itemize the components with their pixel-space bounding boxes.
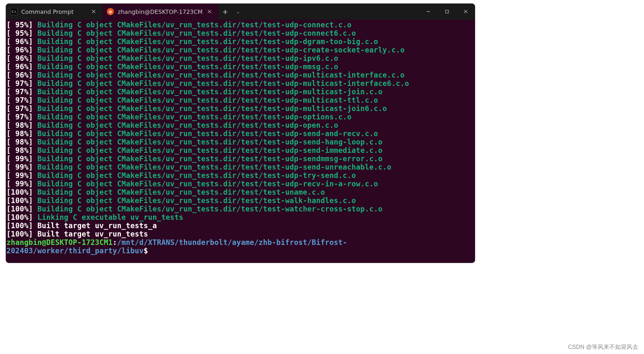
- window-controls: [419, 4, 475, 20]
- build-message: Built target uv_run_tests: [37, 230, 148, 238]
- close-window-button[interactable]: [456, 4, 475, 20]
- tab-label: Command Prompt: [21, 8, 87, 15]
- minimize-icon: [426, 10, 430, 14]
- build-message: Building C object CMakeFiles/uv_run_test…: [37, 79, 409, 88]
- minimize-button[interactable]: [419, 4, 438, 20]
- output-line: [ 98%] Building C object CMakeFiles/uv_r…: [6, 129, 474, 138]
- output-line: [100%] Building C object CMakeFiles/uv_r…: [6, 196, 474, 205]
- output-line: [ 96%] Building C object CMakeFiles/uv_r…: [6, 71, 474, 79]
- build-message: Building C object CMakeFiles/uv_run_test…: [37, 154, 382, 163]
- progress-pct: [ 99%]: [6, 171, 33, 180]
- output-line: [ 99%] Building C object CMakeFiles/uv_r…: [6, 154, 474, 163]
- progress-pct: [ 96%]: [6, 46, 33, 54]
- build-message: Building C object CMakeFiles/uv_run_test…: [37, 88, 382, 96]
- terminal-output[interactable]: [ 95%] Building C object CMakeFiles/uv_r…: [6, 20, 475, 263]
- prompt-colon: :: [113, 238, 117, 247]
- watermark: CSDN @等风来不如迎风去: [568, 343, 638, 351]
- build-message: Building C object CMakeFiles/uv_run_test…: [37, 71, 405, 79]
- build-message: Building C object CMakeFiles/uv_run_test…: [37, 29, 356, 37]
- output-line: [ 98%] Building C object CMakeFiles/uv_r…: [6, 121, 474, 129]
- close-icon: [464, 10, 468, 14]
- build-message: Building C object CMakeFiles/uv_run_test…: [37, 188, 325, 196]
- progress-pct: [ 99%]: [6, 154, 33, 163]
- tab-0[interactable]: C:\Command Prompt: [6, 4, 102, 20]
- output-line: [ 99%] Building C object CMakeFiles/uv_r…: [6, 180, 474, 188]
- build-message: Building C object CMakeFiles/uv_run_test…: [37, 205, 382, 213]
- ubuntu-icon: ⊚: [107, 8, 114, 15]
- output-line: [ 95%] Building C object CMakeFiles/uv_r…: [6, 21, 474, 29]
- tab-label: zhangbin@DESKTOP-1723CM: [118, 8, 203, 15]
- cmd-icon: C:\: [10, 8, 17, 15]
- output-line: [ 95%] Building C object CMakeFiles/uv_r…: [6, 29, 474, 37]
- build-message: Building C object CMakeFiles/uv_run_test…: [37, 121, 338, 129]
- progress-pct: [ 98%]: [6, 121, 33, 129]
- build-message: Building C object CMakeFiles/uv_run_test…: [37, 104, 387, 113]
- shell-prompt: zhangbin@DESKTOP-1723CM1:/mnt/d/XTRANS/t…: [6, 238, 474, 255]
- build-message: Building C object CMakeFiles/uv_run_test…: [37, 163, 391, 171]
- progress-pct: [100%]: [6, 205, 33, 213]
- build-message: Building C object CMakeFiles/uv_run_test…: [37, 146, 382, 154]
- build-message: Building C object CMakeFiles/uv_run_test…: [37, 196, 356, 205]
- progress-pct: [ 97%]: [6, 79, 33, 88]
- progress-pct: [ 98%]: [6, 146, 33, 154]
- output-line: [ 99%] Building C object CMakeFiles/uv_r…: [6, 171, 474, 180]
- progress-pct: [ 95%]: [6, 21, 33, 29]
- progress-pct: [ 99%]: [6, 180, 33, 188]
- terminal-window: C:\Command Prompt⊚zhangbin@DESKTOP-1723C…: [6, 4, 475, 263]
- progress-pct: [ 98%]: [6, 129, 33, 138]
- build-message: Building C object CMakeFiles/uv_run_test…: [37, 37, 378, 46]
- progress-pct: [ 97%]: [6, 113, 33, 121]
- output-line: [100%] Building C object CMakeFiles/uv_r…: [6, 188, 474, 196]
- progress-pct: [100%]: [6, 196, 33, 205]
- output-line: [ 98%] Building C object CMakeFiles/uv_r…: [6, 138, 474, 146]
- progress-pct: [ 96%]: [6, 71, 33, 79]
- progress-pct: [100%]: [6, 188, 33, 196]
- progress-pct: [ 96%]: [6, 37, 33, 46]
- prompt-dollar: $: [144, 247, 148, 255]
- build-message: Building C object CMakeFiles/uv_run_test…: [37, 96, 378, 104]
- tab-dropdown-button[interactable]: ⌄: [232, 9, 244, 14]
- progress-pct: [100%]: [6, 213, 33, 221]
- build-message: Building C object CMakeFiles/uv_run_test…: [37, 46, 405, 54]
- tab-close-button[interactable]: [89, 7, 98, 16]
- build-message: Built target uv_run_tests_a: [37, 221, 157, 230]
- prompt-user-host: zhangbin@DESKTOP-1723CM1: [6, 238, 113, 247]
- titlebar[interactable]: C:\Command Prompt⊚zhangbin@DESKTOP-1723C…: [6, 4, 475, 20]
- progress-pct: [100%]: [6, 221, 33, 230]
- output-line: [ 97%] Building C object CMakeFiles/uv_r…: [6, 96, 474, 104]
- progress-pct: [ 96%]: [6, 62, 33, 71]
- maximize-icon: [445, 10, 449, 14]
- build-message: Building C object CMakeFiles/uv_run_test…: [37, 113, 351, 121]
- build-message: Building C object CMakeFiles/uv_run_test…: [37, 180, 378, 188]
- tab-1[interactable]: ⊚zhangbin@DESKTOP-1723CM: [102, 4, 218, 20]
- output-line: [ 96%] Building C object CMakeFiles/uv_r…: [6, 46, 474, 54]
- output-line: [ 96%] Building C object CMakeFiles/uv_r…: [6, 37, 474, 46]
- output-line: [ 98%] Building C object CMakeFiles/uv_r…: [6, 146, 474, 154]
- output-line: [100%] Linking C executable uv_run_tests: [6, 213, 474, 221]
- build-message: Building C object CMakeFiles/uv_run_test…: [37, 171, 356, 180]
- close-icon: [208, 10, 211, 14]
- build-message: Building C object CMakeFiles/uv_run_test…: [37, 21, 351, 29]
- output-line: [ 97%] Building C object CMakeFiles/uv_r…: [6, 79, 474, 88]
- progress-pct: [ 99%]: [6, 163, 33, 171]
- output-line: [ 97%] Building C object CMakeFiles/uv_r…: [6, 113, 474, 121]
- build-message: Building C object CMakeFiles/uv_run_test…: [37, 138, 382, 146]
- progress-pct: [ 97%]: [6, 104, 33, 113]
- output-line: [ 97%] Building C object CMakeFiles/uv_r…: [6, 104, 474, 113]
- output-line: [ 96%] Building C object CMakeFiles/uv_r…: [6, 62, 474, 71]
- build-message: Building C object CMakeFiles/uv_run_test…: [37, 54, 338, 62]
- output-line: [100%] Building C object CMakeFiles/uv_r…: [6, 205, 474, 213]
- build-message: Building C object CMakeFiles/uv_run_test…: [37, 62, 338, 71]
- output-line: [ 97%] Building C object CMakeFiles/uv_r…: [6, 88, 474, 96]
- progress-pct: [ 96%]: [6, 54, 33, 62]
- build-message: Building C object CMakeFiles/uv_run_test…: [37, 129, 378, 138]
- new-tab-button[interactable]: +: [218, 8, 232, 16]
- build-message: Linking C executable uv_run_tests: [37, 213, 183, 221]
- svg-rect-5: [446, 10, 449, 13]
- progress-pct: [ 98%]: [6, 138, 33, 146]
- output-line: [ 96%] Building C object CMakeFiles/uv_r…: [6, 54, 474, 62]
- tab-close-button[interactable]: [205, 7, 214, 16]
- progress-pct: [ 95%]: [6, 29, 33, 37]
- close-icon: [92, 10, 96, 14]
- maximize-button[interactable]: [438, 4, 456, 20]
